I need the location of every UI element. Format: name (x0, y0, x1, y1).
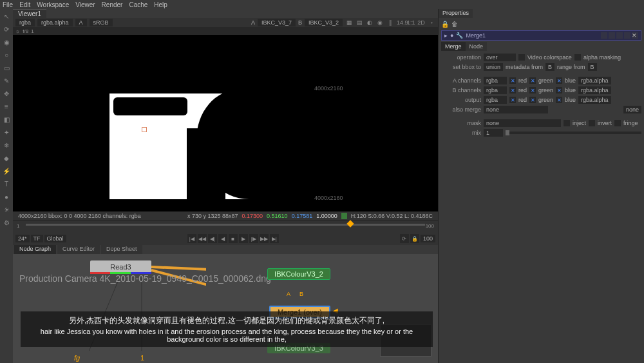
loop-icon[interactable]: ⟳ (400, 234, 409, 243)
channel-a[interactable]: rgba (15, 19, 35, 26)
gain-icon[interactable]: ☼ (15, 28, 20, 34)
tab-curve-editor[interactable]: Curve Editor (57, 245, 100, 254)
wand-icon[interactable]: ⚡ (2, 166, 11, 175)
sun-icon[interactable]: ☀ (2, 205, 11, 214)
refresh-icon[interactable]: ⟳ (2, 25, 11, 34)
mix-slider[interactable] (506, 132, 641, 134)
mix-field[interactable]: 1 (484, 129, 503, 137)
play-icon[interactable]: ▶ (239, 234, 248, 243)
invert-chk[interactable] (589, 120, 595, 126)
dot-icon[interactable]: ● (2, 192, 11, 201)
vb-icon-4[interactable]: ◉ (376, 19, 384, 26)
gear-icon[interactable]: ⚙ (2, 218, 11, 227)
playhead[interactable] (346, 220, 354, 227)
viewer-tab[interactable]: Viewer1 (13, 9, 46, 18)
prev-frame-icon[interactable]: ◀| (208, 234, 217, 243)
viewer-canvas[interactable]: 4000x2160 4000x2160 (13, 35, 438, 211)
o-alpha-select[interactable]: rgba.alpha (578, 96, 611, 104)
node-ibk1[interactable]: IBKColourV3_2 (267, 268, 330, 280)
close-icon[interactable]: ✕ (632, 32, 638, 39)
vb-icon-1[interactable]: ▦ (345, 19, 353, 26)
drop-icon[interactable]: ◆ (2, 153, 11, 162)
tab-node-graph[interactable]: Node Graph (14, 245, 56, 254)
step-back-icon[interactable]: ◀◀ (198, 234, 207, 243)
tab-dope-sheet[interactable]: Dope Sheet (101, 245, 142, 254)
subtab-merge[interactable]: Merge (441, 42, 466, 51)
prop-lock-icon[interactable]: 🔒 (441, 21, 449, 28)
node-read[interactable]: Read3 (90, 260, 151, 273)
fps-field[interactable]: 24* (15, 235, 30, 242)
hdr-btn-1[interactable] (601, 32, 607, 39)
vb-icon-5[interactable]: ▫ (428, 19, 435, 26)
gain-val[interactable]: 1 (31, 28, 33, 34)
tf-field[interactable]: TF (31, 235, 43, 242)
expand-icon[interactable]: ▸ (444, 32, 448, 39)
text-icon[interactable]: T (2, 179, 11, 188)
pen-icon[interactable]: ✎ (2, 76, 11, 85)
play-back-icon[interactable]: ◀ (218, 234, 227, 243)
rect-icon[interactable]: ▭ (2, 63, 11, 72)
a-blue-chk[interactable]: ✕ (556, 77, 562, 84)
stop-icon[interactable]: ■ (229, 234, 238, 243)
step-fwd-icon[interactable]: ▶▶ (260, 234, 269, 243)
b-alpha-select[interactable]: rgba.alpha (578, 86, 611, 94)
timeline[interactable]: 1 100 (13, 221, 438, 232)
bbox-select[interactable]: union (484, 63, 503, 71)
globe-icon[interactable]: ◉ (2, 37, 11, 46)
colorspace[interactable]: sRGB (90, 19, 113, 26)
o-blue-chk[interactable]: ✕ (556, 97, 562, 103)
next-frame-icon[interactable]: |▶ (249, 234, 258, 243)
circle-icon[interactable]: ○ (2, 50, 11, 59)
input-a[interactable]: IBKC_V3_7 (258, 19, 296, 26)
menu-help[interactable]: Help (154, 1, 167, 8)
achan-select[interactable]: rgba (484, 77, 507, 84)
menu-workspace[interactable]: Workspace (37, 1, 69, 8)
bchan-select[interactable]: rgba (484, 86, 507, 94)
a-red-chk[interactable]: ✕ (509, 77, 516, 84)
properties-tab[interactable]: Properties (439, 9, 473, 18)
metadata-select[interactable]: B (545, 63, 554, 71)
prop-trash-icon[interactable]: 🗑 (451, 21, 459, 28)
vb-icon-2[interactable]: ▤ (355, 19, 363, 26)
subtab-node[interactable]: Node (466, 42, 488, 51)
skip-end-icon[interactable]: ▶| (270, 234, 279, 243)
scope-field[interactable]: Global (44, 235, 66, 242)
o-green-chk[interactable]: ✕ (529, 97, 536, 103)
pointer-icon[interactable]: ↖ (2, 12, 11, 21)
input-b[interactable]: IBKC_V3_2 (305, 19, 343, 26)
cube-icon[interactable]: ◧ (2, 115, 11, 124)
b-green-chk[interactable]: ✕ (529, 87, 536, 93)
2d-mode[interactable]: 2D (417, 19, 425, 26)
node-header[interactable]: ▸ ● 🔧 Merge1 ✕ (441, 30, 641, 41)
lock-icon[interactable]: 🔒 (410, 234, 419, 243)
inject-chk[interactable] (564, 120, 570, 126)
roto-point[interactable] (142, 127, 147, 132)
fringe-chk[interactable] (614, 120, 621, 126)
hdr-btn-4[interactable] (624, 32, 630, 39)
gamma-value[interactable]: 14.9 (397, 19, 404, 26)
hdr-btn-2[interactable] (609, 32, 615, 39)
node-wrench-icon[interactable]: 🔧 (456, 32, 463, 39)
output-select[interactable]: rgba (484, 96, 507, 104)
tl-track[interactable] (26, 224, 425, 226)
menu-file[interactable]: File (3, 1, 13, 8)
hdr-btn-3[interactable] (616, 32, 623, 39)
vb-icon-3[interactable]: ◐ (366, 19, 374, 26)
operation-select[interactable]: over (484, 54, 516, 61)
gain-field[interactable]: f/8 (23, 28, 28, 34)
skip-start-icon[interactable]: |◀ (187, 234, 196, 243)
b-blue-chk[interactable]: ✕ (556, 87, 562, 93)
mask-select[interactable]: none (484, 119, 561, 127)
pause-icon[interactable]: ‖ (386, 19, 394, 26)
spark-icon[interactable]: ✦ (2, 128, 11, 137)
a-green-chk[interactable]: ✕ (529, 77, 536, 84)
channel-b[interactable]: rgba.alpha (37, 19, 73, 26)
video-cs-check[interactable] (518, 54, 525, 61)
menu-edit[interactable]: Edit (19, 1, 30, 8)
frame-field[interactable]: 100 (421, 235, 435, 242)
channel-mode[interactable]: A (75, 19, 87, 26)
menu-render[interactable]: Render (102, 1, 123, 8)
o-red-chk[interactable]: ✕ (509, 97, 516, 103)
menu-viewer[interactable]: Viewer (75, 1, 95, 8)
also-merge-select[interactable]: none (484, 106, 548, 113)
